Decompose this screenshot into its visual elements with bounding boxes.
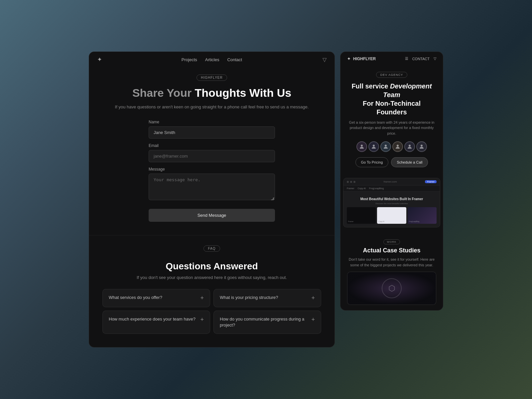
nav-link-contact[interactable]: Contact bbox=[227, 57, 242, 62]
left-nav: ✦ Projects Articles Contact ▽ bbox=[89, 52, 334, 67]
dot-1 bbox=[347, 181, 349, 183]
dot-2 bbox=[350, 181, 352, 183]
preview-topbar: framer.com Framer bbox=[343, 178, 440, 186]
preview-hero-sub: Discover the most beautiful websites bbox=[347, 202, 437, 204]
nav-link-articles[interactable]: Articles bbox=[205, 57, 219, 62]
preview-card-label-3: FrogLeapBlog bbox=[409, 220, 419, 222]
website-preview-card: framer.com Framer Framer Copy AI FrogLea… bbox=[343, 178, 440, 227]
right-hero-title: Full service Development Team For Non-Te… bbox=[347, 82, 436, 116]
preview-hero-title: Most Beautiful Websites Built In Framer bbox=[347, 197, 437, 201]
faq-item-1[interactable]: What services do you offer? + bbox=[102, 289, 210, 307]
team-avatars bbox=[347, 141, 436, 152]
preview-cards-row: Framer Copy AI FrogLeapBlog bbox=[347, 207, 437, 224]
contact-form: Name Email Message Send Message bbox=[149, 120, 275, 222]
svg-point-0 bbox=[361, 145, 363, 147]
avatar-1 bbox=[356, 141, 367, 152]
preview-url: framer.com bbox=[384, 180, 397, 183]
case-studies-section: WORK Actual Case Studies Don't take our … bbox=[340, 233, 443, 310]
svg-point-1 bbox=[373, 145, 375, 147]
preview-nav-mini: Framer Copy AI FrogLeapBlog bbox=[343, 186, 440, 192]
svg-point-2 bbox=[385, 145, 387, 147]
faq-expand-1: + bbox=[200, 295, 204, 302]
avatar-3 bbox=[380, 141, 391, 152]
faq-question-3: How much experience does your team have? bbox=[109, 316, 200, 322]
go-to-pricing-button[interactable]: Go To Pricing bbox=[355, 157, 389, 167]
case-studies-title: Actual Case Studies bbox=[347, 247, 436, 254]
case-studies-preview: ⬡ bbox=[347, 272, 436, 305]
faq-expand-4: + bbox=[311, 316, 315, 323]
right-logo-text: HIGHFLYER bbox=[353, 57, 376, 61]
faq-question-2: What is your pricing structure? bbox=[220, 295, 311, 301]
resize-handle bbox=[271, 198, 274, 200]
right-hero-subtitle: Get a six-person team with 24 years of e… bbox=[347, 120, 436, 136]
faq-section: FAQ Questions Answered If you don't see … bbox=[89, 235, 334, 347]
name-input[interactable] bbox=[149, 126, 275, 139]
faq-expand-3: + bbox=[200, 316, 204, 323]
svg-point-5 bbox=[421, 145, 423, 147]
preview-nav-2: Copy AI bbox=[358, 187, 366, 190]
preview-card-2: Copy AI bbox=[377, 207, 406, 224]
name-field-group: Name bbox=[149, 120, 275, 139]
menu-icon[interactable]: ☰ bbox=[405, 57, 408, 61]
right-title-italic: Development Team bbox=[383, 82, 432, 98]
right-title-plain: Full service bbox=[351, 82, 390, 90]
faq-subtitle: If you don't see your question answered … bbox=[102, 274, 321, 281]
page-subtitle: If you have questions or aren't keen on … bbox=[102, 104, 321, 111]
work-badge: WORK bbox=[383, 239, 400, 244]
title-highlight: Thoughts With Us bbox=[195, 86, 292, 99]
message-field-group: Message bbox=[149, 167, 275, 201]
nav-link-projects[interactable]: Projects bbox=[182, 57, 197, 62]
right-logo-icon: ✦ bbox=[347, 57, 350, 61]
preview-card-3: FrogLeapBlog bbox=[408, 207, 437, 224]
faq-badge-wrapper: FAQ bbox=[102, 245, 321, 257]
avatar-4 bbox=[392, 141, 403, 152]
faq-question-4: How do you communicate progress during a… bbox=[220, 316, 311, 328]
dev-agency-badge: DEV AGENCY bbox=[376, 72, 408, 78]
left-nav-links: Projects Articles Contact bbox=[182, 57, 242, 62]
message-input[interactable] bbox=[149, 174, 275, 200]
title-plain: Share Your bbox=[132, 86, 195, 99]
svg-point-3 bbox=[397, 145, 399, 147]
faq-grid: What services do you offer? + What is yo… bbox=[102, 289, 321, 334]
window-dots bbox=[347, 181, 355, 183]
avatar-6 bbox=[416, 141, 427, 152]
right-nav-left: ✦ HIGHFLYER bbox=[347, 57, 376, 61]
faq-badge: FAQ bbox=[203, 245, 220, 252]
send-message-button[interactable]: Send Message bbox=[149, 209, 275, 222]
preview-card-label-2: Copy AI bbox=[378, 220, 384, 222]
page-title: Share Your Thoughts With Us bbox=[102, 86, 321, 100]
faq-item-4[interactable]: How do you communicate progress during a… bbox=[213, 311, 321, 334]
preview-nav-1: Framer bbox=[347, 187, 354, 190]
right-hero: DEV AGENCY Full service Development Team… bbox=[340, 66, 443, 178]
preview-card-1: Framer bbox=[347, 207, 376, 224]
faq-item-3[interactable]: How much experience does your team have?… bbox=[102, 311, 210, 334]
preview-nav-3: FrogLeapBlog bbox=[369, 187, 384, 190]
avatar-5 bbox=[404, 141, 415, 152]
nav-icon: ▽ bbox=[323, 57, 327, 63]
faq-title: Questions Answered bbox=[102, 261, 321, 272]
faq-item-2[interactable]: What is your pricing structure? + bbox=[213, 289, 321, 307]
schedule-call-button[interactable]: Schedule a Call bbox=[391, 157, 428, 167]
case-preview-overlay: ⬡ bbox=[347, 272, 436, 305]
faq-expand-2: + bbox=[311, 295, 315, 302]
right-nav: ✦ HIGHFLYER ☰ CONTACT ▽ bbox=[340, 52, 443, 66]
right-nav-right: ☰ CONTACT ▽ bbox=[405, 57, 436, 61]
dot-3 bbox=[353, 181, 355, 183]
email-label: Email bbox=[149, 143, 275, 148]
right-title-plain2: For Non-Techincal Founders bbox=[363, 100, 421, 116]
left-header: HIGHFLYER Share Your Thoughts With Us If… bbox=[102, 74, 321, 111]
highflyer-badge: HIGHFLYER bbox=[197, 74, 227, 81]
email-input[interactable] bbox=[149, 150, 275, 162]
preview-hero: Most Beautiful Websites Built In Framer … bbox=[343, 192, 440, 227]
contact-nav-label[interactable]: CONTACT bbox=[412, 57, 430, 61]
left-nav-logo: ✦ bbox=[97, 56, 102, 63]
avatar-2 bbox=[368, 141, 379, 152]
framer-badge: Framer bbox=[425, 180, 437, 183]
message-label: Message bbox=[149, 167, 275, 172]
left-panel: ✦ Projects Articles Contact ▽ HIGHFLYER … bbox=[89, 52, 335, 347]
email-field-group: Email bbox=[149, 143, 275, 162]
name-label: Name bbox=[149, 120, 275, 124]
cta-buttons: Go To Pricing Schedule a Call bbox=[347, 157, 436, 167]
case-studies-subtitle: Don't take our word for it, see it for y… bbox=[347, 257, 436, 268]
contact-nav-icon: ▽ bbox=[434, 57, 436, 61]
